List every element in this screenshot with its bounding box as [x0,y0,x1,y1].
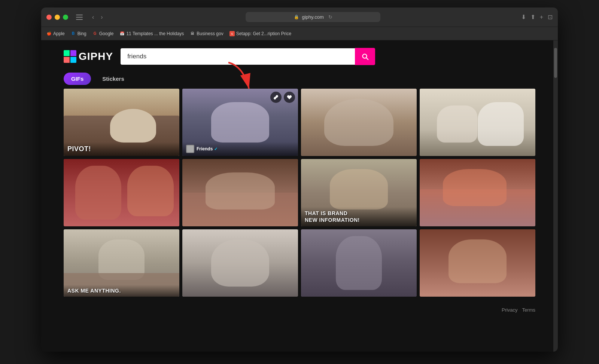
gif-item-joey-smile[interactable] [420,229,535,297]
gif-item-hug2[interactable] [182,229,298,297]
new-tab-icon[interactable]: + [540,14,543,21]
channel-name: Friends ✓ [197,146,218,152]
apple-bookmark-label: Apple [53,31,65,36]
gif-pivot-text: PIVOT! [67,145,91,153]
tab-overview-icon[interactable]: ⊡ [548,13,553,21]
gif-item-sitting[interactable] [182,159,298,226]
bookmark-business[interactable]: 🏛 Business gov [190,31,223,36]
scrollbar-thumb[interactable] [554,48,557,78]
gif-item-brand-new[interactable]: THAT IS BRANDNEW INFORMATION! [301,159,417,226]
apple-bookmark-icon: 🍎 [46,31,52,36]
filter-tabs: GIFs Stickers [41,69,558,89]
gif-item-pivot[interactable]: PIVOT! [64,89,179,156]
giphy-logo[interactable]: GIPHY [64,50,113,63]
heart-icon [287,95,292,100]
svg-rect-1 [76,17,83,18]
gif-pivot-overlay: PIVOT! [64,142,179,156]
browser-content: GIPHY GIFs Stickers [41,40,558,352]
reload-icon[interactable]: ↻ [328,14,332,20]
gif-item-rachel-desk[interactable]: ASK ME ANYTHING. [64,229,179,297]
forward-button[interactable]: › [98,13,105,21]
link-icon-btn[interactable] [270,92,282,103]
business-bookmark-icon: 🏛 [190,31,195,36]
bing-bookmark-label: Bing [77,31,86,36]
gif-friends-channel: Friends ✓ [182,142,298,156]
bing-bookmark-icon: B [71,31,76,36]
templates-bookmark-label: 11 Templates ... the Holidays [126,31,184,36]
gif-item-wedding[interactable] [420,89,535,156]
address-bar[interactable]: 🔒 giphy.com ↻ [246,12,380,22]
link-icon [273,95,279,100]
gif-item-joey-couch[interactable] [420,159,535,226]
search-icon [361,52,369,61]
privacy-link[interactable]: Privacy [502,307,518,313]
gif-item-hug[interactable] [301,89,417,156]
scrollbar[interactable] [553,40,558,352]
traffic-lights [46,15,68,20]
gif-brand-new-text: THAT IS BRANDNEW INFORMATION! [305,210,360,223]
bookmark-apple[interactable]: 🍎 Apple [46,31,65,36]
gif-item-laughing[interactable] [64,159,179,226]
gif-rachel-overlay: ASK ME ANYTHING. [64,285,179,297]
address-bar-container: 🔒 giphy.com ↻ [116,12,510,22]
business-bookmark-label: Business gov [197,31,223,36]
gifs-tab[interactable]: GIFs [64,73,91,85]
logo-text: GIPHY [79,51,113,62]
verified-icon: ✓ [214,147,218,152]
titlebar-actions: ⬇ ⬆ + ⊡ [521,13,553,21]
giphy-header: GIPHY [41,40,558,69]
channel-name-text: Friends [197,146,213,152]
stickers-tab[interactable]: Stickers [95,73,131,85]
minimize-button[interactable] [55,15,60,20]
search-input[interactable] [121,48,355,65]
channel-avatar [186,145,194,153]
nav-buttons: ‹ › [90,13,105,21]
gif-hover-icons [270,92,295,103]
google-bookmark-icon: G [92,31,98,36]
footer: Privacy Terms [41,304,558,316]
maximize-button[interactable] [63,15,68,20]
logo-icon [64,50,76,63]
gif-item-dancing[interactable] [301,229,417,297]
gif-rachel-text: ASK ME ANYTHING. [67,288,121,294]
address-text: giphy.com [302,14,324,20]
svg-rect-2 [76,19,83,20]
titlebar: ‹ › 🔒 giphy.com ↻ ⬇ ⬆ + ⊡ [41,7,558,27]
bookmark-setapp[interactable]: s Setapp: Get 2...ription Price [229,31,291,36]
sidebar-toggle-button[interactable] [75,14,84,21]
gif-grid: PIVOT! [41,89,558,304]
heart-icon-btn[interactable] [284,92,295,103]
bookmark-templates[interactable]: 📅 11 Templates ... the Holidays [119,31,184,36]
templates-bookmark-icon: 📅 [119,31,125,36]
setapp-bookmark-label: Setapp: Get 2...ription Price [236,31,291,36]
browser-window: ‹ › 🔒 giphy.com ↻ ⬇ ⬆ + ⊡ 🍎 Apple B Bing [41,7,558,352]
share-icon[interactable]: ⬆ [530,13,535,21]
bookmark-bing[interactable]: B Bing [71,31,86,36]
search-button[interactable] [355,48,375,65]
gif-item-friends-upset[interactable]: Friends ✓ [182,89,298,156]
lock-icon: 🔒 [294,15,299,19]
svg-rect-0 [76,15,83,15]
terms-link[interactable]: Terms [522,307,535,313]
close-button[interactable] [46,15,52,20]
search-container [121,48,375,65]
bookmark-google[interactable]: G Google [92,31,114,36]
setapp-bookmark-icon: s [229,31,235,36]
gif-brand-new-overlay: THAT IS BRANDNEW INFORMATION! [301,207,417,226]
google-bookmark-label: Google [99,31,114,36]
back-button[interactable]: ‹ [90,13,96,21]
giphy-app: GIPHY GIFs Stickers [41,40,558,352]
download-icon[interactable]: ⬇ [521,13,526,21]
bookmarks-bar: 🍎 Apple B Bing G Google 📅 11 Templates .… [41,27,558,40]
